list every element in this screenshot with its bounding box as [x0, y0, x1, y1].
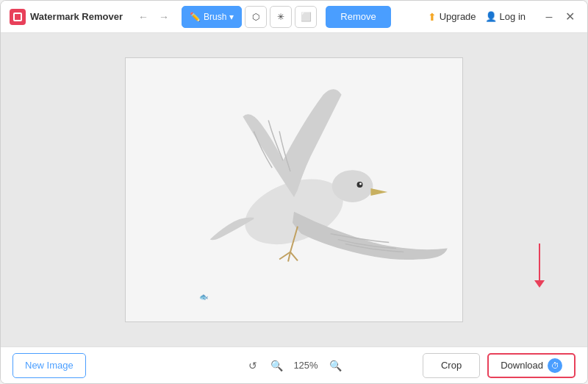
app-logo-inner — [13, 13, 22, 21]
lasso-tool-button[interactable]: ⬡ — [245, 6, 267, 28]
nav-arrows: ← → — [135, 8, 173, 26]
window-controls: – ✕ — [540, 8, 578, 26]
remove-button[interactable]: Remove — [326, 6, 390, 28]
close-button[interactable]: ✕ — [561, 8, 578, 26]
minimize-button[interactable]: – — [540, 8, 558, 26]
zoom-level: 125% — [291, 360, 320, 371]
svg-text:🐟: 🐟 — [199, 292, 209, 302]
bottom-bar: New Image ↺ 🔍 125% 🔍 Crop Download ⏱ — [1, 346, 587, 383]
upgrade-icon: ⬆ — [428, 11, 437, 23]
undo-button[interactable]: ← — [135, 8, 152, 26]
zoom-out-icon: 🔍 — [329, 360, 342, 371]
arrow-line — [539, 243, 540, 280]
pin-tool-button[interactable]: ✳ — [270, 6, 292, 28]
right-buttons: Crop Download ⏱ — [423, 353, 576, 378]
user-icon: 👤 — [485, 11, 497, 22]
download-label: Download — [501, 360, 543, 371]
brush-icon: ✏️ — [190, 12, 201, 22]
zoom-in-icon: 🔍 — [270, 360, 283, 371]
crop-button[interactable]: Crop — [423, 353, 480, 378]
clock-icon: ⏱ — [551, 361, 559, 370]
chevron-down-icon: ▾ — [229, 12, 234, 22]
erase-icon: ⬜ — [301, 12, 312, 22]
reset-icon: ↺ — [248, 360, 257, 371]
download-icon: ⏱ — [548, 358, 562, 373]
titlebar: Watermark Remover ← → ✏️ Brush ▾ ⬡ ✳ ⬜ R… — [1, 1, 587, 33]
arrow-head — [534, 280, 545, 288]
redo-button[interactable]: → — [155, 8, 173, 26]
upgrade-button[interactable]: ⬆ Upgrade — [428, 11, 476, 23]
zoom-out-button[interactable]: 🔍 — [326, 357, 344, 374]
svg-point-5 — [359, 183, 362, 185]
new-image-button[interactable]: New Image — [12, 353, 86, 378]
download-button[interactable]: Download ⏱ — [487, 353, 576, 378]
erase-tool-button[interactable]: ⬜ — [295, 6, 317, 28]
canvas-area: 🐟 — [1, 33, 587, 346]
image-container: 🐟 — [125, 57, 463, 322]
app-title: Watermark Remover — [30, 11, 123, 22]
toolbar-tools: ✏️ Brush ▾ ⬡ ✳ ⬜ — [182, 6, 317, 28]
zoom-in-button[interactable]: 🔍 — [268, 357, 285, 374]
login-button[interactable]: 👤 Log in — [485, 11, 526, 22]
right-actions: ⬆ Upgrade 👤 Log in – ✕ — [428, 8, 578, 26]
app-logo — [10, 9, 26, 25]
lasso-icon: ⬡ — [252, 12, 259, 22]
svg-point-2 — [332, 170, 373, 202]
zoom-reset-button[interactable]: ↺ — [244, 357, 262, 374]
pin-icon: ✳ — [277, 12, 284, 22]
seagull-image: 🐟 — [126, 58, 462, 321]
brush-tool-button[interactable]: ✏️ Brush ▾ — [182, 6, 242, 28]
download-arrow-annotation — [534, 243, 545, 288]
